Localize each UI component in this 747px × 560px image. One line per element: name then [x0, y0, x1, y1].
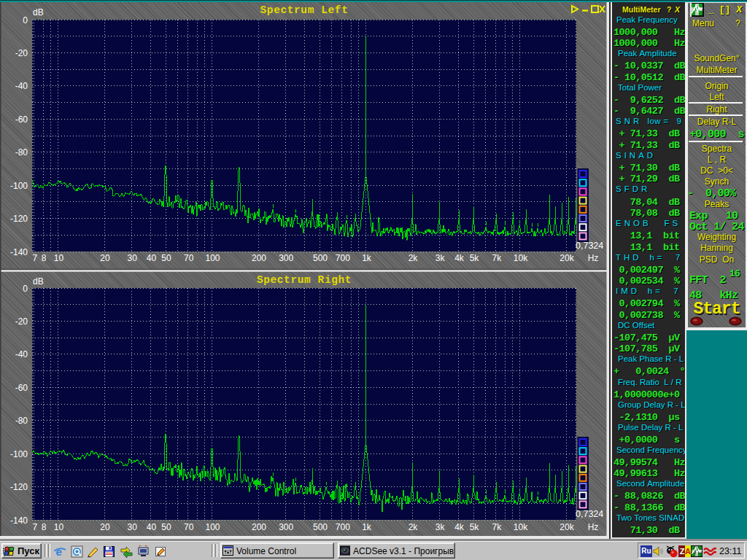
- svg-text:10k: 10k: [514, 253, 528, 263]
- svg-text:100: 100: [205, 253, 220, 263]
- svg-text:Hz: Hz: [588, 522, 599, 532]
- svg-text:0: 0: [23, 15, 28, 26]
- svg-text:0,7324: 0,7324: [576, 241, 603, 251]
- svg-text:500: 500: [313, 522, 328, 532]
- svg-text:5k: 5k: [470, 253, 480, 263]
- svg-text:20: 20: [100, 253, 110, 263]
- svg-text:10: 10: [54, 253, 64, 263]
- svg-text:20k: 20k: [560, 253, 574, 263]
- svg-text:-40: -40: [15, 81, 28, 91]
- svg-text:-80: -80: [15, 147, 28, 158]
- svg-text:10k: 10k: [514, 522, 528, 532]
- svg-text:500: 500: [313, 253, 328, 263]
- svg-text:5k: 5k: [470, 522, 480, 532]
- svg-text:2k: 2k: [409, 522, 419, 532]
- svg-text:-100: -100: [10, 449, 28, 459]
- svg-text:7k: 7k: [492, 522, 502, 532]
- svg-text:2k: 2k: [409, 253, 419, 263]
- svg-text:300: 300: [279, 253, 293, 263]
- svg-text:100: 100: [205, 522, 220, 532]
- svg-text:-120: -120: [10, 214, 28, 224]
- svg-text:-20: -20: [15, 316, 28, 327]
- svg-text:-140: -140: [10, 247, 28, 257]
- svg-text:30: 30: [128, 522, 138, 532]
- svg-text:50: 50: [161, 253, 171, 263]
- svg-text:20k: 20k: [560, 522, 574, 532]
- svg-text:200: 200: [252, 522, 266, 532]
- svg-text:8: 8: [42, 522, 47, 532]
- svg-text:7: 7: [32, 253, 37, 263]
- svg-text:8: 8: [42, 253, 47, 263]
- svg-text:-120: -120: [10, 482, 28, 492]
- svg-text:-80: -80: [15, 416, 28, 426]
- svg-text:dB: dB: [33, 276, 44, 287]
- svg-text:-60: -60: [15, 114, 28, 125]
- svg-text:700: 700: [336, 253, 350, 263]
- svg-text:7k: 7k: [492, 253, 502, 263]
- svg-text:700: 700: [336, 522, 350, 532]
- svg-text:Spectrum Left: Spectrum Left: [260, 4, 349, 16]
- svg-text:70: 70: [184, 522, 194, 532]
- svg-text:0: 0: [23, 284, 28, 294]
- svg-text:0,7324: 0,7324: [576, 509, 603, 519]
- svg-text:3k: 3k: [436, 522, 446, 532]
- svg-text:4k: 4k: [454, 253, 465, 263]
- svg-text:e: e: [56, 545, 62, 558]
- svg-text:20: 20: [100, 522, 110, 532]
- svg-text:Hz: Hz: [588, 253, 599, 263]
- svg-text:4k: 4k: [454, 522, 465, 532]
- svg-text:50: 50: [161, 522, 171, 532]
- svg-text:30: 30: [128, 253, 138, 263]
- svg-text:10: 10: [54, 522, 64, 532]
- svg-text:-140: -140: [10, 516, 28, 526]
- svg-text:70: 70: [184, 253, 194, 263]
- svg-text:40: 40: [147, 253, 157, 263]
- svg-text:200: 200: [252, 253, 266, 263]
- svg-text:40: 40: [147, 522, 157, 532]
- svg-text:300: 300: [279, 522, 293, 532]
- svg-text:3k: 3k: [436, 253, 446, 263]
- svg-text:1k: 1k: [362, 253, 372, 263]
- svg-text:-20: -20: [15, 48, 28, 58]
- svg-text:7: 7: [32, 522, 37, 532]
- svg-text:-60: -60: [15, 383, 28, 393]
- svg-text:dB: dB: [33, 7, 44, 18]
- svg-text:-40: -40: [15, 349, 28, 359]
- svg-text:Spectrum Right: Spectrum Right: [257, 274, 352, 286]
- svg-text:1k: 1k: [362, 522, 372, 532]
- svg-text:-100: -100: [10, 181, 28, 191]
